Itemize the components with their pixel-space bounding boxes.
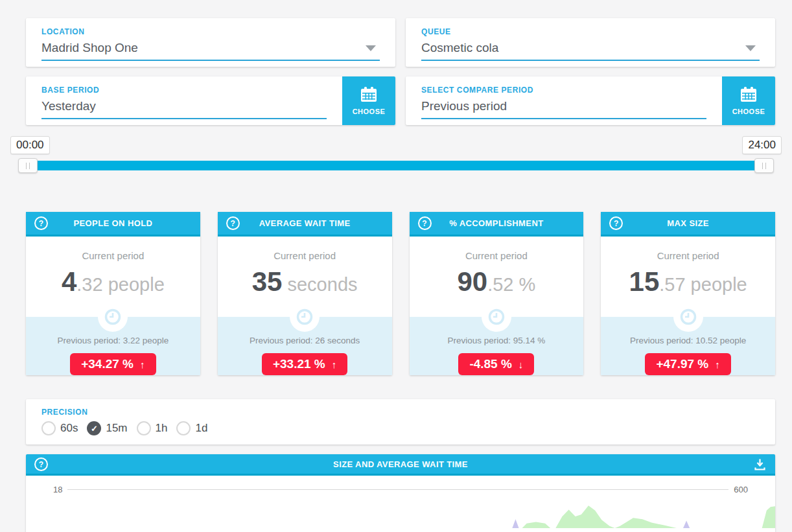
previous-period-label: Previous period: 26 seconds [218, 336, 392, 345]
kpi-value-rest: .52 % [487, 274, 535, 295]
radio-label: 1d [195, 422, 207, 435]
compare-period-value: Previous period [421, 99, 507, 113]
kpi-cards-row: ? PEOPLE ON HOLD Current period 4.32 peo… [26, 212, 775, 375]
compare-period-choose-button[interactable]: CHOOSE [722, 76, 775, 125]
trend-up-icon: ↑ [715, 359, 720, 370]
chart-axis-row: 18 600 [26, 476, 775, 494]
dashboard-body: ? PEOPLE ON HOLD Current period 4.32 peo… [26, 212, 775, 532]
help-icon[interactable]: ? [34, 457, 48, 471]
clock-icon [290, 302, 320, 332]
precision-option-1h[interactable]: 1h [137, 421, 168, 435]
help-icon[interactable]: ? [34, 216, 48, 230]
time-range-slider: 00:00 24:00 [10, 136, 782, 178]
current-period-label: Current period [601, 250, 775, 261]
kpi-card-accomplishment: ? % ACCOMPLISHMENT Current period 90.52 … [410, 212, 584, 375]
delta-badge: +33.21 % ↑ [262, 353, 347, 375]
download-button[interactable] [753, 457, 767, 471]
area-chart [26, 502, 775, 528]
kpi-value-rest: .57 people [659, 274, 747, 295]
radio-icon[interactable] [176, 421, 191, 435]
calendar-icon [360, 87, 377, 104]
right-axis-max: 600 [734, 485, 748, 494]
queue-select[interactable]: QUEUE Cosmetic cola [406, 18, 775, 67]
queue-label: QUEUE [421, 27, 760, 36]
compare-period-value-row[interactable]: Previous period [421, 99, 706, 119]
kpi-card-people-on-hold: ? PEOPLE ON HOLD Current period 4.32 peo… [26, 212, 200, 375]
chevron-down-icon[interactable] [745, 45, 756, 51]
size-wait-time-chart-card: ? SIZE AND AVERAGE WAIT TIME 18 600 [26, 454, 775, 532]
compare-period-input[interactable]: SELECT COMPARE PERIOD Previous period [406, 76, 722, 125]
size-area-series [26, 505, 775, 528]
period-selects-row: BASE PERIOD Yesterday [26, 76, 775, 125]
radio-icon[interactable] [41, 421, 56, 435]
precision-card: PRECISION 60s ✓ 15m 1h 1d [26, 399, 775, 445]
delta-value: +33.21 % [273, 357, 325, 371]
base-period-label: BASE PERIOD [41, 86, 327, 95]
kpi-title: PEOPLE ON HOLD [73, 218, 152, 228]
wait-time-spike [683, 520, 690, 528]
kpi-value-main: 90 [457, 266, 487, 297]
kpi-header: ? % ACCOMPLISHMENT [410, 212, 584, 237]
kpi-title: AVERAGE WAIT TIME [259, 218, 351, 228]
kpi-previous-section: Previous period: 26 seconds +33.21 % ↑ [218, 317, 392, 375]
precision-option-1d[interactable]: 1d [176, 421, 207, 435]
delta-badge: -4.85 % ↓ [458, 353, 534, 375]
kpi-previous-section: Previous period: 10.52 people +47.97 % ↑ [601, 317, 775, 375]
clock-icon [673, 302, 703, 332]
precision-option-60s[interactable]: 60s [41, 421, 78, 435]
base-period-value-row[interactable]: Yesterday [41, 99, 327, 119]
kpi-header: ? PEOPLE ON HOLD [26, 212, 200, 237]
help-icon[interactable]: ? [418, 216, 432, 230]
download-icon [753, 457, 767, 471]
slider-handle-end[interactable] [754, 158, 774, 173]
precision-option-15m[interactable]: ✓ 15m [87, 421, 127, 435]
kpi-title: MAX SIZE [667, 218, 709, 228]
location-label: LOCATION [41, 27, 380, 36]
precision-options: 60s ✓ 15m 1h 1d [41, 421, 760, 435]
kpi-value: 90.52 % [410, 266, 584, 297]
delta-value: +34.27 % [81, 357, 134, 371]
kpi-value-main: 4 [62, 266, 76, 297]
clock-icon [482, 302, 511, 332]
kpi-value-rest: seconds [282, 274, 357, 295]
radio-icon[interactable] [137, 421, 151, 435]
chevron-down-icon[interactable] [366, 45, 376, 51]
trend-up-icon: ↑ [332, 359, 337, 370]
chart-title: SIZE AND AVERAGE WAIT TIME [333, 459, 468, 469]
radio-label: 60s [60, 422, 78, 435]
filter-selects-row: LOCATION Madrid Shop One QUEUE Cosmetic … [26, 0, 775, 67]
grip-icon [26, 163, 30, 169]
radio-label: 1h [156, 422, 168, 435]
help-icon[interactable]: ? [609, 216, 623, 230]
base-period-card: BASE PERIOD Yesterday [26, 76, 395, 125]
slider-track[interactable] [19, 161, 773, 170]
kpi-value-rest: .32 people [76, 274, 164, 295]
kpi-value-main: 15 [629, 266, 660, 297]
chart-header: ? SIZE AND AVERAGE WAIT TIME [26, 454, 775, 476]
location-select[interactable]: LOCATION Madrid Shop One [26, 18, 395, 67]
kpi-card-average-wait-time: ? AVERAGE WAIT TIME Current period 35 se… [218, 212, 392, 375]
trend-down-icon: ↓ [518, 359, 524, 370]
precision-label: PRECISION [41, 408, 760, 417]
kpi-header: ? AVERAGE WAIT TIME [218, 212, 392, 237]
slider-end-label: 24:00 [742, 136, 782, 154]
previous-period-label: Previous period: 95.14 % [410, 336, 584, 345]
help-icon[interactable]: ? [226, 216, 240, 230]
dashboard: LOCATION Madrid Shop One QUEUE Cosmetic … [26, 0, 775, 125]
base-period-input[interactable]: BASE PERIOD Yesterday [26, 76, 342, 125]
location-value-row[interactable]: Madrid Shop One [41, 41, 380, 61]
compare-period-label: SELECT COMPARE PERIOD [421, 86, 706, 95]
kpi-card-max-size: ? MAX SIZE Current period 15.57 people P… [601, 212, 775, 375]
queue-value: Cosmetic cola [421, 41, 498, 55]
current-period-label: Current period [26, 250, 200, 261]
base-period-choose-button[interactable]: CHOOSE [342, 76, 395, 125]
choose-button-label: CHOOSE [353, 108, 386, 115]
kpi-value-main: 35 [252, 266, 283, 297]
left-axis-max: 18 [53, 485, 62, 494]
delta-value: -4.85 % [469, 357, 511, 371]
radio-checked-icon[interactable]: ✓ [87, 421, 101, 435]
queue-value-row[interactable]: Cosmetic cola [421, 41, 760, 61]
slider-handle-start[interactable] [18, 158, 38, 173]
location-value: Madrid Shop One [41, 41, 138, 55]
compare-period-card: SELECT COMPARE PERIOD Previous period [406, 76, 775, 125]
